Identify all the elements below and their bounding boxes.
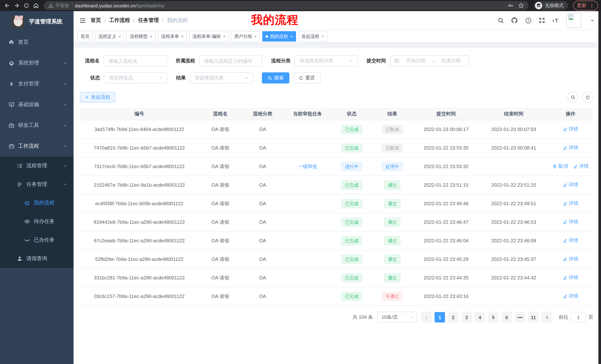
browser-home-button[interactable] (32, 1, 40, 10)
cell-result: 通过 (372, 176, 413, 194)
sidebar-item-工作流程[interactable]: 工作流程 (0, 136, 74, 157)
breadcrumb-item[interactable]: 任务管理 (138, 17, 159, 24)
browser-reload-button[interactable] (22, 1, 30, 10)
tag-tab-流程定义[interactable]: 流程定义× (95, 31, 124, 42)
sidebar-item-基础设施[interactable]: 基础设施 (0, 94, 74, 115)
page-button-4[interactable]: 4 (475, 312, 485, 322)
close-icon[interactable]: × (321, 34, 324, 38)
breadcrumb-item[interactable]: 我的流程 (167, 17, 188, 24)
result-badge: 通过 (384, 218, 401, 227)
detail-link[interactable]: 详情 (563, 293, 578, 300)
github-icon[interactable] (511, 17, 518, 24)
password-key-icon[interactable] (508, 3, 514, 9)
cell-id: 52ffd28e-7b9a-11ec-a290-acde48001122 (80, 250, 199, 268)
tag-tab-发起流程[interactable]: 发起流程× (298, 31, 327, 42)
list-tree-icon (16, 163, 23, 169)
reset-button[interactable]: 重置 (293, 72, 321, 84)
gear-icon (8, 60, 14, 66)
table-row: 2152467e-7b9b-11ec-9a1b-acde48001122 OA … (80, 176, 593, 194)
page-button-5[interactable]: 5 (488, 312, 499, 322)
close-icon[interactable]: × (254, 34, 257, 38)
detail-link[interactable]: 详情 (573, 163, 589, 170)
more-pages-button[interactable]: ••• (515, 312, 525, 322)
fullscreen-icon[interactable] (538, 18, 546, 23)
prev-page-button[interactable] (421, 312, 432, 322)
browser-update-button[interactable]: 更新 (573, 1, 598, 10)
window-scrollbar[interactable] (598, 11, 601, 364)
close-icon[interactable]: × (223, 34, 225, 38)
close-icon[interactable]: × (150, 34, 152, 38)
address-bar[interactable]: 不安全 dashboard.yudao.iocoder.cn/bpm/task/… (44, 1, 529, 10)
bookmark-star-icon[interactable] (518, 3, 524, 9)
next-page-button[interactable] (541, 312, 552, 322)
close-icon[interactable]: × (290, 34, 292, 38)
dashboard-icon (8, 39, 14, 45)
detail-link[interactable]: 详情 (563, 200, 578, 207)
user-avatar[interactable] (566, 13, 581, 28)
detail-link[interactable]: 详情 (563, 219, 578, 225)
sidebar-item-请假查询[interactable]: 请假查询 (0, 249, 74, 268)
sidebar-item-待办任务[interactable]: 待办任务 (0, 212, 74, 231)
sidebar-item-我的流程[interactable]: 我的流程 (0, 194, 74, 212)
tag-tab-流程模型[interactable]: 流程模型× (127, 31, 156, 42)
sidebar-item-任务管理[interactable]: 任务管理 (0, 175, 74, 194)
breadcrumb-item[interactable]: 首页 (91, 17, 101, 24)
tag-tab-用户分组[interactable]: 用户分组× (231, 31, 260, 42)
show-search-button[interactable] (567, 92, 578, 103)
tag-tab-流程表单[interactable]: 流程表单× (158, 31, 187, 42)
cell-end-time: 2022-01-22 23:46:53 (480, 213, 548, 231)
column-header: 操作 (548, 108, 593, 120)
search-button[interactable]: 搜索 (262, 72, 289, 84)
search-icon[interactable] (497, 17, 504, 24)
sidebar-item-系统管理[interactable]: 系统管理 (0, 53, 74, 74)
incognito-badge: 无痕模式 (534, 1, 568, 10)
tag-tab-首页[interactable]: 首页 (77, 31, 93, 42)
current-task-link[interactable]: 一级审批 (298, 163, 317, 169)
detail-link[interactable]: 详情 (563, 182, 578, 188)
submit-time-range-picker[interactable]: 开始日期 - 结束日期 (390, 55, 469, 67)
question-icon[interactable]: ? (524, 17, 532, 24)
breadcrumb-item[interactable]: 工作流程 (109, 17, 130, 24)
security-status[interactable]: 不安全 (48, 2, 69, 9)
create-process-button[interactable]: 发起流程 (80, 92, 115, 102)
page-size-select[interactable]: 10条/页 (377, 312, 417, 323)
total-count: 共 104 条 (352, 314, 373, 321)
close-icon[interactable]: × (181, 34, 184, 38)
page-button-2[interactable]: 2 (448, 312, 458, 322)
process-name-input[interactable] (104, 55, 167, 67)
browser-forward-button[interactable] (13, 1, 21, 10)
status-select[interactable]: 请选择状态 (104, 72, 167, 84)
category-label: 流程分类 (271, 57, 290, 64)
tag-tab-我的流程[interactable]: 我的流程× (262, 31, 296, 42)
chevron-up-icon (62, 182, 68, 187)
detail-link[interactable]: 详情 (563, 237, 578, 244)
fontsize-icon[interactable]: TT (552, 17, 559, 24)
sidebar-item-研发工具[interactable]: 研发工具 (0, 115, 74, 136)
sidebar-toggle-button[interactable] (77, 15, 88, 26)
result-select[interactable]: 请选择流结果 (190, 72, 253, 84)
close-icon[interactable]: × (119, 34, 121, 38)
page-button-11[interactable]: 11 (528, 312, 539, 322)
sidebar-item-首页[interactable]: 首页 (0, 32, 74, 53)
cell-status: 已完成 (332, 268, 372, 287)
category-select[interactable]: 请选择流程分类 (295, 55, 358, 67)
page-button-1[interactable]: 1 (435, 312, 445, 322)
detail-link[interactable]: 详情 (563, 126, 578, 133)
sidebar-item-已办任务[interactable]: 已办任务 (0, 231, 74, 249)
jump-page-input[interactable] (571, 312, 586, 322)
cancel-link[interactable]: 取消 (552, 163, 568, 170)
detail-link[interactable]: 详情 (563, 144, 578, 151)
refresh-table-button[interactable] (582, 92, 593, 103)
page-button-6[interactable]: 6 (501, 312, 512, 322)
detail-link[interactable]: 详情 (563, 256, 578, 262)
sidebar-item-流程管理[interactable]: 流程管理 (0, 157, 74, 175)
chevron-down-icon (62, 164, 68, 168)
tag-tab-流程表单-编辑[interactable]: 流程表单-编辑× (189, 31, 229, 42)
sidebar-item-支付管理[interactable]: ¥支付管理 (0, 74, 74, 94)
parent-process-input[interactable] (199, 55, 262, 67)
caret-down-icon[interactable] (588, 18, 596, 22)
browser-back-button[interactable] (3, 1, 11, 10)
result-badge: 通过 (384, 199, 401, 208)
detail-link[interactable]: 详情 (563, 274, 578, 281)
page-button-3[interactable]: 3 (461, 312, 472, 322)
